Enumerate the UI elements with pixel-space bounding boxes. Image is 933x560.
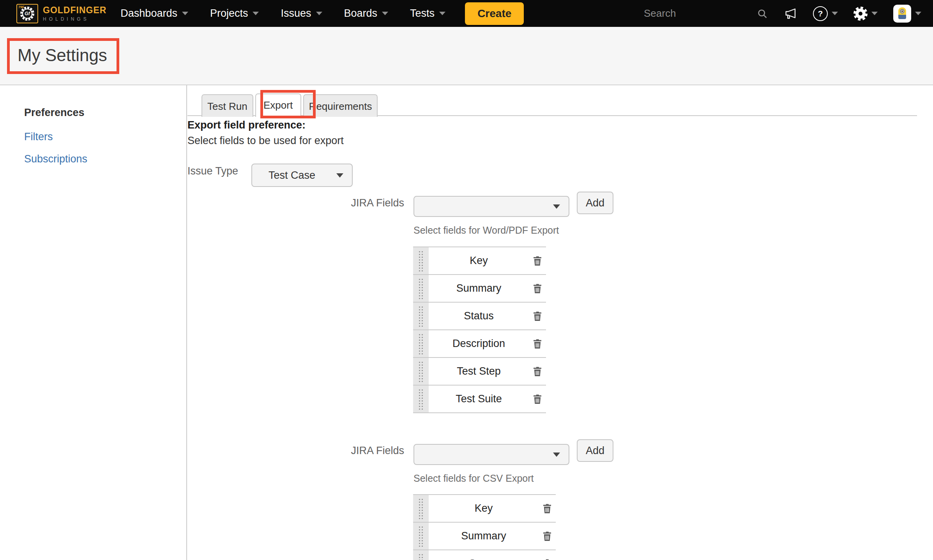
- trash-icon: [532, 310, 543, 322]
- add-button-wordpdf[interactable]: Add: [577, 192, 613, 214]
- nav-menu-item[interactable]: Boards: [344, 7, 389, 19]
- page-title: My Settings: [18, 46, 107, 65]
- drag-handle[interactable]: [413, 275, 429, 302]
- drag-handle[interactable]: [413, 303, 429, 329]
- nav-menu-item-label: Tests: [410, 7, 435, 19]
- sidebar-heading-preferences: Preferences: [24, 107, 85, 119]
- jira-fields-select-csv[interactable]: [413, 444, 569, 465]
- field-row: Summary: [413, 275, 546, 303]
- delete-field-button[interactable]: [529, 330, 546, 357]
- drag-handle-icon: [418, 278, 424, 299]
- tab-strip: Test Run Export Requirements: [201, 93, 378, 117]
- user-profile-menu[interactable]: [893, 5, 921, 23]
- drag-handle[interactable]: [413, 550, 429, 560]
- wordpdf-field-list: Key Summary Status: [413, 247, 546, 413]
- field-row-label: Description: [429, 330, 529, 357]
- create-button[interactable]: Create: [465, 2, 524, 25]
- search-field[interactable]: [643, 7, 768, 20]
- delete-field-button[interactable]: [529, 358, 546, 385]
- logo-company-sub: HOLDINGS: [43, 17, 106, 21]
- trash-icon: [532, 393, 543, 405]
- chevron-down-icon: [336, 173, 343, 178]
- search-input[interactable]: [643, 7, 742, 20]
- drag-handle-icon: [418, 498, 424, 519]
- app-window: 79F Gf GOLDFINGER HOLDINGS Dashboards Pr…: [0, 0, 933, 560]
- delete-field-button[interactable]: [529, 247, 546, 274]
- field-row-label: Key: [429, 495, 539, 522]
- tab-test-run[interactable]: Test Run: [201, 94, 253, 117]
- jira-fields-label-csv: JIRA Fields: [187, 445, 404, 457]
- chevron-down-icon: [553, 453, 560, 457]
- tab-requirements[interactable]: Requirements: [303, 94, 378, 117]
- nav-menu-item-label: Issues: [281, 7, 311, 19]
- field-row: Test Suite: [413, 386, 546, 413]
- field-row-label: Status: [429, 303, 529, 329]
- field-row-label: Status: [429, 550, 539, 560]
- delete-field-button[interactable]: [529, 303, 546, 329]
- chevron-down-icon: [253, 12, 259, 15]
- trash-icon: [541, 530, 553, 542]
- sidebar-item-subscriptions[interactable]: Subscriptions: [24, 153, 87, 165]
- field-row: Status: [413, 550, 556, 560]
- chevron-down-icon: [915, 12, 921, 15]
- drag-handle-icon: [418, 389, 424, 410]
- nav-menu-item-label: Boards: [344, 7, 378, 19]
- nav-menu-item[interactable]: Issues: [281, 7, 322, 19]
- chevron-down-icon: [832, 12, 838, 15]
- drag-handle[interactable]: [413, 247, 429, 274]
- field-row-label: Test Suite: [429, 386, 529, 412]
- trash-icon: [541, 502, 553, 515]
- delete-field-button[interactable]: [529, 275, 546, 302]
- drag-handle[interactable]: [413, 523, 429, 549]
- top-nav: 79F Gf GOLDFINGER HOLDINGS Dashboards Pr…: [0, 0, 933, 27]
- csv-field-list: Key Summary Status: [413, 494, 556, 560]
- nav-menu-item-label: Dashboards: [120, 7, 177, 19]
- field-row: Test Step: [413, 358, 546, 386]
- gear-icon: [853, 7, 868, 21]
- logo-emblem-icon: 79F Gf: [16, 4, 38, 23]
- trash-icon: [532, 338, 543, 350]
- chevron-down-icon: [871, 12, 878, 15]
- jira-fields-select-wordpdf[interactable]: [413, 196, 569, 217]
- search-icon[interactable]: [757, 8, 768, 19]
- trash-icon: [541, 558, 553, 560]
- content-area: Preferences Filters Subscriptions Test R…: [0, 85, 933, 560]
- nav-menu-item[interactable]: Tests: [410, 7, 445, 19]
- field-row: Summary: [413, 523, 556, 550]
- chevron-down-icon: [553, 204, 560, 209]
- field-row-label: Summary: [429, 275, 529, 302]
- field-row-label: Summary: [429, 523, 539, 549]
- logo-wordmark: GOLDFINGER HOLDINGS: [43, 6, 106, 21]
- drag-handle-icon: [418, 333, 424, 354]
- nav-right-cluster: ?: [643, 0, 921, 27]
- megaphone-icon[interactable]: [783, 7, 797, 21]
- field-row-label: Test Step: [429, 358, 529, 385]
- add-button-csv[interactable]: Add: [577, 439, 613, 462]
- drag-handle-icon: [418, 250, 424, 271]
- delete-field-button[interactable]: [539, 495, 556, 522]
- delete-field-button[interactable]: [539, 550, 556, 560]
- title-band: My Settings: [0, 27, 933, 85]
- help-menu[interactable]: ?: [813, 6, 838, 21]
- delete-field-button[interactable]: [539, 523, 556, 549]
- field-row-label: Key: [429, 247, 529, 274]
- sidebar-item-filters[interactable]: Filters: [24, 131, 53, 143]
- issue-type-select[interactable]: Test Case: [251, 164, 353, 187]
- avatar: [893, 5, 911, 23]
- tab-export[interactable]: Export: [255, 93, 301, 117]
- nav-menu-item[interactable]: Projects: [210, 7, 259, 19]
- admin-settings-menu[interactable]: [853, 7, 878, 21]
- drag-handle-icon: [418, 526, 424, 547]
- drag-handle[interactable]: [413, 495, 429, 522]
- logo-monogram: Gf: [22, 9, 32, 19]
- trash-icon: [532, 365, 543, 378]
- delete-field-button[interactable]: [529, 386, 546, 412]
- drag-handle[interactable]: [413, 330, 429, 357]
- nav-menu-item-label: Projects: [210, 7, 248, 19]
- app-logo[interactable]: 79F Gf GOLDFINGER HOLDINGS: [16, 4, 106, 23]
- sidebar: Preferences Filters Subscriptions: [0, 85, 187, 560]
- drag-handle[interactable]: [413, 358, 429, 385]
- field-row: Key: [413, 495, 556, 523]
- nav-menu-item[interactable]: Dashboards: [120, 7, 188, 19]
- drag-handle[interactable]: [413, 386, 429, 412]
